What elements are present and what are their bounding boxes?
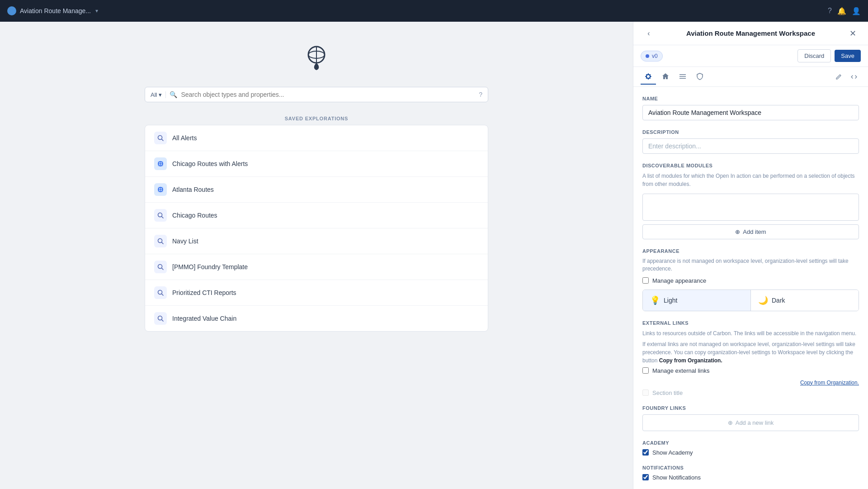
manage-external-links-label: Manage external links [652, 367, 709, 374]
list-item[interactable]: [PMMO] Foundry Template [145, 254, 488, 280]
app-logo [7, 6, 16, 15]
search-input[interactable] [181, 91, 475, 98]
description-section: DESCRIPTION [642, 129, 859, 154]
show-notifications-row: Show Notifications [642, 474, 859, 481]
explorations-list: All Alerts Chicago Routes with Alerts At… [145, 125, 488, 332]
list-item[interactable]: Navy List [145, 228, 488, 254]
svg-rect-22 [679, 76, 686, 77]
panel-back-button[interactable]: ‹ [642, 27, 655, 40]
app-title-chevron[interactable]: ▾ [95, 8, 98, 14]
appearance-desc: If appearance is not managed on workspac… [642, 257, 859, 273]
panel-title: Aviation Route Management Workspace [655, 29, 846, 37]
search-help-icon[interactable]: ? [479, 91, 482, 98]
search-filter[interactable]: All ▾ [151, 91, 166, 98]
name-label: NAME [642, 96, 859, 101]
notifications-icon[interactable]: 🔔 [837, 7, 846, 15]
app-title: Aviation Route Manage... [20, 7, 91, 14]
panel-body: NAME DESCRIPTION DISCOVERABLE MODULES A … [633, 87, 868, 489]
add-new-link-button[interactable]: ⊕ Add a new link [642, 414, 859, 431]
theme-dark-button[interactable]: 🌙 Dark [751, 290, 859, 311]
theme-light-button[interactable]: 💡 Light [643, 290, 751, 311]
svg-line-4 [162, 139, 164, 141]
show-notifications-checkbox[interactable] [642, 474, 649, 480]
manage-appearance-row: Manage appearance [642, 277, 859, 284]
list-item[interactable]: Prioritized CTI Reports [145, 280, 488, 306]
external-links-desc2: If external links are not managed on wor… [642, 340, 859, 365]
tab-shield[interactable] [692, 69, 708, 85]
name-input[interactable] [642, 105, 859, 120]
list-item[interactable]: Chicago Routes [145, 203, 488, 228]
tab-settings[interactable] [641, 69, 656, 85]
foundry-links-label: FOUNDRY LINKS [642, 405, 859, 411]
section-title-label: Section title [652, 389, 683, 396]
panel-tabs [633, 67, 868, 87]
manage-external-links-row: Manage external links [642, 367, 859, 374]
section-title-row: Section title [642, 389, 859, 396]
add-link-plus-icon: ⊕ [728, 419, 733, 426]
manage-appearance-checkbox[interactable] [642, 277, 649, 284]
add-link-label: Add a new link [736, 419, 774, 426]
filter-chevron-icon: ▾ [159, 91, 162, 98]
manage-external-links-checkbox[interactable] [642, 367, 649, 374]
list-item[interactable]: Integrated Value Chain [145, 306, 488, 331]
panel-tab-right [832, 70, 861, 84]
user-icon[interactable]: 👤 [852, 7, 861, 15]
show-academy-checkbox[interactable] [642, 449, 649, 456]
left-panel: All ▾ 🔍 ? SAVED EXPLORATIONS All Alerts [0, 22, 633, 489]
theme-options: 💡 Light 🌙 Dark [642, 290, 859, 311]
name-section: NAME [642, 96, 859, 120]
show-academy-label: Show Academy [652, 449, 693, 456]
svg-line-12 [162, 217, 164, 218]
exploration-search-icon [154, 235, 167, 247]
external-links-label: EXTERNAL LINKS [642, 320, 859, 326]
exploration-name: Prioritized CTI Reports [172, 289, 236, 296]
description-input[interactable] [642, 138, 859, 154]
exploration-search-icon [154, 132, 167, 144]
exploration-search-icon [154, 261, 167, 273]
list-item[interactable]: Atlanta Routes [145, 177, 488, 203]
exploration-name: Chicago Routes [172, 212, 217, 219]
copy-from-org-inline-text: Copy from Organization. [659, 357, 722, 364]
svg-line-20 [162, 320, 164, 322]
help-icon[interactable]: ? [828, 7, 832, 15]
topbar-icons: ? 🔔 👤 [828, 7, 861, 15]
exploration-search-icon [154, 312, 167, 325]
dark-theme-icon: 🌙 [758, 295, 768, 305]
exploration-name: All Alerts [172, 134, 197, 142]
list-item[interactable]: All Alerts [145, 125, 488, 151]
add-item-plus-icon: ⊕ [735, 228, 740, 235]
save-button[interactable]: Save [835, 50, 861, 62]
svg-rect-23 [679, 78, 686, 79]
show-academy-row: Show Academy [642, 449, 859, 456]
discoverable-modules-label: DISCOVERABLE MODULES [642, 163, 859, 168]
academy-section: ACADEMY Show Academy [642, 440, 859, 456]
tab-menu[interactable] [675, 69, 690, 85]
saved-explorations-label: SAVED EXPLORATIONS [145, 116, 488, 121]
saved-explorations: SAVED EXPLORATIONS All Alerts Chicago Ro… [145, 116, 488, 332]
search-icon: 🔍 [170, 91, 177, 98]
appearance-label: APPEARANCE [642, 248, 859, 254]
notifications-section: NOTIFICATIONS Show Notifications [642, 465, 859, 481]
copy-from-org-button[interactable]: Copy from Organization. [800, 380, 859, 386]
search-bar: All ▾ 🔍 ? [145, 87, 488, 102]
section-title-checkbox[interactable] [642, 389, 649, 396]
modules-area [642, 194, 859, 221]
discoverable-modules-desc: A list of modules for which the Open In … [642, 172, 859, 188]
discard-button[interactable]: Discard [797, 49, 831, 62]
svg-rect-21 [679, 74, 686, 75]
exploration-name: Chicago Routes with Alerts [172, 160, 248, 167]
version-badge[interactable]: v0 [641, 51, 663, 62]
add-item-label: Add item [743, 228, 766, 235]
add-item-button[interactable]: ⊕ Add item [642, 224, 859, 239]
edit-icon[interactable] [832, 70, 845, 84]
exploration-search-icon [154, 209, 167, 222]
panel-close-button[interactable]: ✕ [846, 27, 859, 40]
panel-header: ‹ Aviation Route Management Workspace ✕ [633, 22, 868, 45]
workspace-icon [298, 40, 335, 76]
exploration-globe-icon [154, 183, 167, 196]
code-icon[interactable] [847, 70, 861, 84]
panel-toolbar: v0 Discard Save [633, 45, 868, 67]
list-item[interactable]: Chicago Routes with Alerts [145, 151, 488, 177]
foundry-links-section: FOUNDRY LINKS ⊕ Add a new link [642, 405, 859, 431]
tab-home[interactable] [658, 69, 673, 85]
